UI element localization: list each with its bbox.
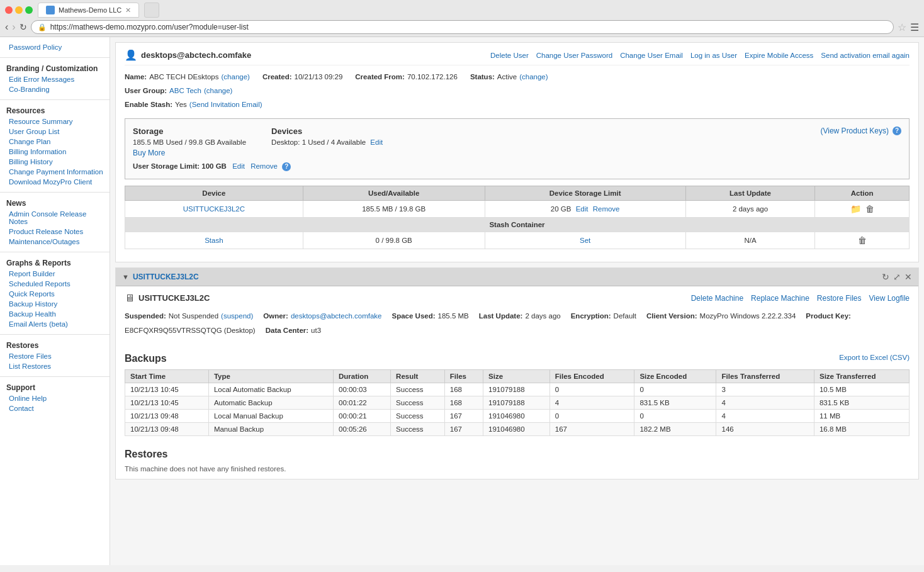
owner-link[interactable]: desktops@abctech.comfake — [291, 309, 382, 323]
col-used-available: Used/Available — [303, 186, 485, 200]
delete-user-button[interactable]: Delete User — [490, 52, 529, 59]
storage-remove-link[interactable]: Remove — [251, 162, 278, 170]
sidebar-item-change-payment[interactable]: Change Payment Information — [0, 167, 110, 177]
sidebar-item-download-client[interactable]: Download MozyPro Client — [0, 177, 110, 187]
log-in-as-user-button[interactable]: Log in as User — [690, 52, 737, 59]
sidebar-item-contact[interactable]: Contact — [0, 403, 110, 413]
sidebar-item-restore-files[interactable]: Restore Files — [0, 351, 110, 361]
backup-cell-size: 191046980 — [483, 422, 550, 435]
sidebar-item-billing-history[interactable]: Billing History — [0, 157, 110, 167]
stash-link[interactable]: Stash — [205, 237, 223, 244]
stash-header-row: Stash Container — [125, 217, 910, 232]
maximize-window-button[interactable] — [25, 6, 33, 14]
browser-window-controls — [5, 6, 33, 14]
stash-delete-icon[interactable]: 🗑 — [857, 235, 868, 245]
backup-col-files-transferred: Files Transferred — [716, 369, 814, 383]
close-machine-icon[interactable]: ✕ — [904, 272, 912, 282]
sidebar-item-email-alerts[interactable]: Email Alerts (beta) — [0, 319, 110, 329]
change-user-password-button[interactable]: Change User Password — [536, 52, 612, 59]
backup-cell-size_encoded: 0 — [634, 383, 716, 396]
sidebar-item-change-plan[interactable]: Change Plan — [0, 137, 110, 147]
buy-more-link[interactable]: Buy More — [133, 149, 165, 157]
device-edit-link[interactable]: Edit — [576, 205, 589, 213]
refresh-machine-icon[interactable]: ↻ — [882, 272, 889, 282]
data-center-value: ut3 — [311, 323, 321, 338]
backup-row: 10/21/13 10:45Automatic Backup00:01:22Su… — [125, 396, 910, 409]
col-device-storage-limit: Device Storage Limit — [485, 186, 685, 200]
sidebar-item-billing-info[interactable]: Billing Information — [0, 147, 110, 157]
storage-edit-link[interactable]: Edit — [232, 162, 245, 170]
forward-button[interactable]: › — [12, 21, 15, 33]
backups-section: Backups Export to Excel (CSV) Start Time… — [125, 345, 910, 436]
sidebar-item-product-release-notes[interactable]: Product Release Notes — [0, 227, 110, 237]
backup-cell-files_encoded: 0 — [549, 383, 634, 396]
sidebar-item-quick-reports[interactable]: Quick Reports — [0, 289, 110, 299]
refresh-button[interactable]: ↻ — [20, 22, 27, 32]
status-value: Active — [497, 70, 517, 84]
sidebar-item-scheduled-reports[interactable]: Scheduled Reports — [0, 279, 110, 289]
send-activation-email-button[interactable]: Send activation email again — [821, 52, 910, 59]
backup-cell-duration: 00:00:03 — [333, 383, 390, 396]
machine-panel: ▼ USITTUCKEJ3L2C ↻ ⤢ ✕ 🖥 USITTUCKEJ3L2C … — [115, 267, 919, 479]
sidebar-item-report-builder[interactable]: Report Builder — [0, 269, 110, 279]
machine-panel-title-link[interactable]: USITTUCKEJ3L2C — [133, 272, 199, 281]
change-user-email-button[interactable]: Change User Email — [620, 52, 683, 59]
sidebar-item-password-policy[interactable]: Password Policy — [0, 42, 110, 52]
backup-cell-result: Success — [391, 409, 445, 422]
backup-cell-result: Success — [391, 422, 445, 435]
desktop-info-text: Desktop: 1 Used / 4 Available — [271, 138, 366, 146]
help-icon[interactable]: ? — [893, 126, 901, 135]
sidebar-item-backup-history[interactable]: Backup History — [0, 299, 110, 309]
view-product-keys-link[interactable]: (View Product Keys) — [821, 126, 889, 135]
view-logfile-button[interactable]: View Logfile — [869, 294, 910, 303]
new-tab-button[interactable] — [144, 3, 159, 18]
sidebar-item-co-branding[interactable]: Co-Branding — [0, 84, 110, 94]
expire-mobile-access-button[interactable]: Expire Mobile Access — [745, 52, 813, 59]
tab-close-icon[interactable]: ✕ — [125, 6, 131, 14]
sidebar-item-online-help[interactable]: Online Help — [0, 393, 110, 403]
user-group-change-link[interactable]: (change) — [204, 84, 232, 98]
device-name-link[interactable]: USITTUCKEJ3L2C — [183, 205, 245, 213]
back-button[interactable]: ‹ — [5, 21, 8, 33]
minimize-window-button[interactable] — [15, 6, 23, 14]
delete-machine-button[interactable]: Delete Machine — [691, 294, 743, 303]
resize-machine-icon[interactable]: ⤢ — [893, 272, 901, 282]
backup-col-start-time: Start Time — [125, 369, 209, 383]
suspend-link[interactable]: (suspend) — [221, 309, 253, 323]
sidebar-item-list-restores[interactable]: List Restores — [0, 361, 110, 371]
user-group-link[interactable]: ABC Tech — [169, 84, 201, 98]
device-delete-icon[interactable]: 🗑 — [864, 204, 876, 214]
send-invitation-link[interactable]: (Send Invitation Email) — [189, 98, 262, 112]
export-csv-link[interactable]: Export to Excel (CSV) — [839, 354, 910, 361]
sidebar-item-maintenance-outages[interactable]: Maintenance/Outages — [0, 237, 110, 247]
machine-panel-title-area: ▼ USITTUCKEJ3L2C — [122, 272, 199, 281]
replace-machine-button[interactable]: Replace Machine — [751, 294, 809, 303]
sidebar-item-resource-summary[interactable]: Resource Summary — [0, 116, 110, 126]
menu-icon[interactable]: ☰ — [910, 21, 919, 33]
devices-edit-link[interactable]: Edit — [370, 138, 383, 146]
restore-files-button[interactable]: Restore Files — [817, 294, 862, 303]
device-storage-limit-cell: 20 GB Edit Remove — [485, 200, 685, 217]
device-folder-icon[interactable]: 📁 — [849, 204, 862, 214]
address-bar[interactable]: 🔒 https://mathews-demo.mozypro.com/user?… — [31, 20, 894, 34]
bookmark-icon[interactable]: ☆ — [898, 21, 906, 33]
sidebar-item-admin-console-release[interactable]: Admin Console Release Notes — [0, 209, 110, 227]
space-used-value: 185.5 MB — [438, 309, 469, 323]
device-remove-link[interactable]: Remove — [593, 205, 620, 213]
user-icon: 👤 — [125, 49, 137, 61]
restores-empty-message: This machine does not have any finished … — [125, 465, 910, 473]
user-details-row-3: Enable Stash: Yes (Send Invitation Email… — [125, 98, 910, 112]
stash-set-link[interactable]: Set — [580, 237, 590, 244]
collapse-toggle-icon[interactable]: ▼ — [122, 273, 129, 281]
sidebar-item-user-group-list[interactable]: User Group List — [0, 126, 110, 137]
name-change-link[interactable]: (change) — [222, 70, 250, 84]
close-window-button[interactable] — [5, 6, 13, 14]
machine-panel-controls: ↻ ⤢ ✕ — [882, 272, 912, 282]
sidebar-item-edit-error-messages[interactable]: Edit Error Messages — [0, 74, 110, 84]
storage-limit-help-icon[interactable]: ? — [282, 162, 291, 171]
browser-tab[interactable]: Mathews-Demo LLC ✕ — [38, 3, 139, 18]
sidebar-item-backup-health[interactable]: Backup Health — [0, 309, 110, 319]
tab-favicon — [46, 6, 55, 14]
status-change-link[interactable]: (change) — [519, 70, 548, 84]
backup-cell-duration: 00:00:21 — [333, 409, 390, 422]
